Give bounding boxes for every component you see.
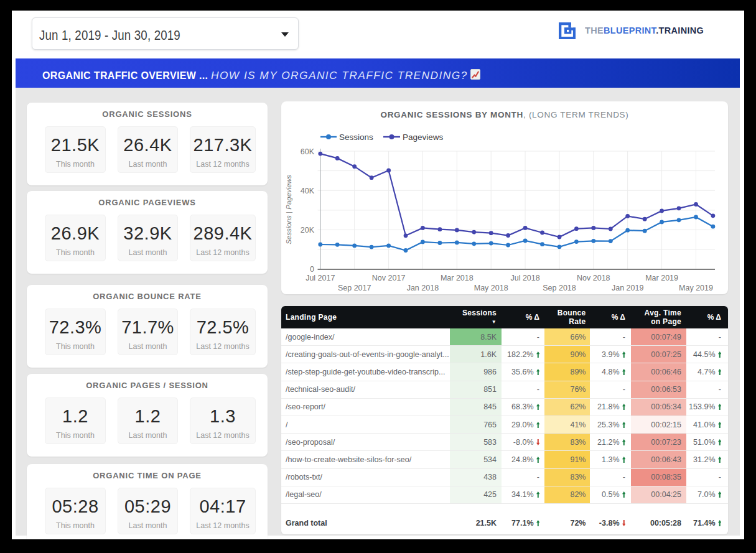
svg-text:Mar 2018: Mar 2018 [441, 274, 474, 282]
svg-text:Sep 2017: Sep 2017 [338, 284, 371, 292]
svg-text:Nov 2017: Nov 2017 [372, 274, 406, 282]
svg-text:May 2018: May 2018 [474, 284, 508, 292]
svg-text:0: 0 [310, 265, 314, 274]
svg-text:May 2019: May 2019 [679, 284, 713, 292]
svg-text:Nov 2018: Nov 2018 [577, 274, 610, 282]
svg-text:ORGANIC SESSIONS BY MONTH, (LO: ORGANIC SESSIONS BY MONTH, (LONG TERM TR… [380, 110, 628, 119]
svg-text:40K: 40K [301, 187, 315, 195]
svg-text:Jan 2019: Jan 2019 [612, 284, 643, 292]
svg-text:Jul 2018: Jul 2018 [510, 274, 539, 282]
svg-text:Sessions: Sessions [339, 132, 373, 142]
svg-text:Pageviews: Pageviews [403, 132, 444, 142]
svg-text:20K: 20K [301, 226, 315, 235]
svg-text:Mar 2019: Mar 2019 [645, 274, 678, 282]
svg-text:Jan 2018: Jan 2018 [407, 284, 439, 292]
svg-text:Jul 2017: Jul 2017 [306, 274, 335, 282]
svg-text:60K: 60K [301, 147, 315, 156]
svg-text:Sessions | Pageviews: Sessions | Pageviews [285, 175, 292, 244]
svg-text:Sep 2018: Sep 2018 [543, 284, 576, 292]
